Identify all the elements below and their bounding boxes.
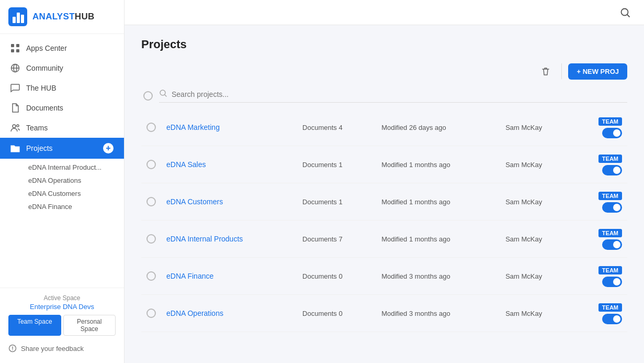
row-checkbox-cell [141,258,161,295]
share-feedback-button[interactable]: Share your feedback [8,342,116,355]
globe-icon [10,63,20,73]
sub-item-internal[interactable]: eDNA Internal Product... [23,161,124,174]
add-project-button[interactable]: + [103,143,114,153]
team-badge-1: TEAM [598,155,622,163]
page-title: Projects [141,38,627,51]
sidebar-label-projects: Projects [26,144,97,152]
svg-line-16 [627,15,629,17]
row-modified-1: Modified 1 months ago [381,161,450,169]
project-name-link-4[interactable]: eDNA Finance [166,272,213,280]
sidebar: ANALYSTHUB Apps Center Community The HUB [0,0,125,363]
svg-rect-6 [11,49,14,52]
row-modified-2: Modified 1 months ago [381,198,450,206]
row-modified-cell: Modified 26 days ago [376,109,500,146]
project-toggle-0[interactable] [602,128,622,138]
sidebar-item-projects[interactable]: Projects + [0,138,124,159]
project-name-link-0[interactable]: eDNA Marketing [166,123,220,131]
row-modified-4: Modified 3 months ago [381,272,450,280]
row-checkbox-0[interactable] [146,123,156,132]
toolbar-divider [561,63,562,79]
project-name-link-2[interactable]: eDNA Customers [166,197,223,206]
row-docs-1: Documents 1 [302,161,343,169]
team-badge-0: TEAM [598,117,622,126]
row-owner-0: Sam McKay [505,124,542,131]
project-toggle-2[interactable] [602,202,622,213]
row-docs-3: Documents 7 [302,235,343,243]
active-space-name: Enterprise DNA Devs [8,303,116,311]
row-owner-cell: Sam McKay [500,109,574,146]
row-owner-3: Sam McKay [505,235,542,243]
search-input[interactable] [172,90,627,98]
sidebar-item-community[interactable]: Community [0,58,124,78]
row-owner-1: Sam McKay [505,161,542,169]
row-docs-cell: Documents 0 [297,258,376,295]
row-modified-cell: Modified 1 months ago [376,146,500,183]
toolbar: + NEW PROJ [141,62,627,81]
personal-space-tab[interactable]: Personal Space [63,315,116,336]
chat-icon [10,83,20,93]
team-icon [10,123,20,133]
sidebar-item-apps-center[interactable]: Apps Center [0,38,124,58]
row-docs-5: Documents 0 [302,310,343,317]
row-name-cell: eDNA Finance [161,258,297,295]
team-badge-4: TEAM [598,266,622,274]
row-checkbox-cell [141,146,161,183]
svg-rect-4 [11,44,14,47]
projects-sub-list: eDNA Internal Product... eDNA Operations… [0,159,124,215]
sidebar-label-community: Community [26,64,114,72]
table-row: eDNA Operations Documents 0 Modified 3 m… [141,295,627,332]
row-docs-cell: Documents 1 [297,146,376,183]
row-checkbox-5[interactable] [146,309,156,318]
row-docs-cell: Documents 1 [297,183,376,221]
row-checkbox-cell [141,221,161,258]
project-name-link-5[interactable]: eDNA Operations [166,309,223,317]
sidebar-item-hub[interactable]: The HUB [0,78,124,98]
delete-button[interactable] [536,62,555,81]
search-select-all[interactable] [143,91,153,101]
topbar-search-button[interactable] [617,4,634,21]
table-row: eDNA Customers Documents 1 Modified 1 mo… [141,183,627,221]
sub-item-operations[interactable]: eDNA Operations [23,174,124,187]
row-docs-cell: Documents 0 [297,295,376,332]
row-badge-cell: TEAM [574,146,627,183]
logo[interactable]: ANALYSTHUB [0,0,124,34]
project-name-link-1[interactable]: eDNA Sales [166,160,206,169]
project-toggle-1[interactable] [602,165,622,175]
sub-item-customers[interactable]: eDNA Customers [23,187,124,200]
row-badge-cell: TEAM [574,295,627,332]
team-space-tab[interactable]: Team Space [8,315,61,336]
svg-rect-1 [13,17,16,23]
sidebar-item-teams[interactable]: Teams [0,118,124,138]
brand-analyst: ANALYST [32,12,75,21]
row-docs-cell: Documents 4 [297,109,376,146]
row-docs-2: Documents 1 [302,198,343,206]
project-toggle-5[interactable] [602,314,622,324]
table-row: eDNA Internal Products Documents 7 Modif… [141,221,627,258]
project-name-link-3[interactable]: eDNA Internal Products [166,235,243,243]
row-owner-cell: Sam McKay [500,146,574,183]
row-modified-3: Modified 1 months ago [381,235,450,243]
sidebar-nav: Apps Center Community The HUB Documents [0,34,124,288]
sidebar-item-documents[interactable]: Documents [0,98,124,118]
row-modified-cell: Modified 1 months ago [376,183,500,221]
project-toggle-3[interactable] [602,239,622,250]
row-checkbox-4[interactable] [146,271,156,281]
new-project-button[interactable]: + NEW PROJ [568,63,627,80]
row-name-cell: eDNA Customers [161,183,297,221]
topbar [125,0,644,25]
table-row: eDNA Marketing Documents 4 Modified 26 d… [141,109,627,146]
content-area: Projects + NEW PROJ eDNA Marketi [125,25,644,363]
trash-icon [540,66,551,76]
row-checkbox-1[interactable] [146,160,156,169]
row-checkbox-2[interactable] [146,197,156,206]
row-docs-cell: Documents 7 [297,221,376,258]
row-checkbox-3[interactable] [146,234,156,244]
brand-hub: HUB [75,12,95,21]
svg-rect-7 [16,49,19,52]
sub-item-finance[interactable]: eDNA Finance [23,200,124,213]
project-toggle-4[interactable] [602,277,622,287]
row-name-cell: eDNA Operations [161,295,297,332]
search-box [159,89,627,103]
row-owner-cell: Sam McKay [500,183,574,221]
row-checkbox-cell [141,183,161,221]
